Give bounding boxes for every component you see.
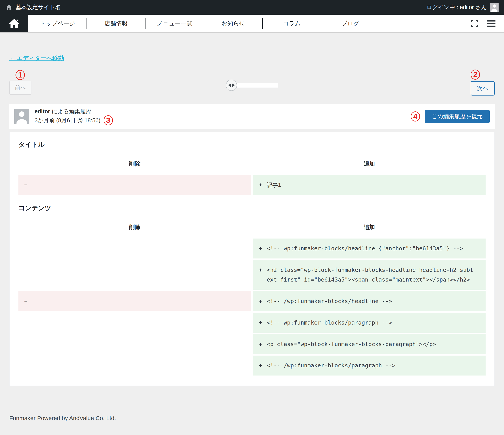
added-code: <h2 class="wp-block-funmaker-blocks-head… bbox=[267, 265, 476, 285]
content-diff-headers: 削除 追加 bbox=[18, 223, 486, 231]
added-text: 記事1 bbox=[267, 180, 281, 190]
revision-info: editor による編集履歴 3か月前 (8月6日 @ 18:56) 3 bbox=[35, 108, 113, 126]
plus-icon: + bbox=[259, 244, 262, 253]
diff-row: + <p class="wp-block-funmaker-blocks-par… bbox=[18, 334, 486, 354]
added-cell: + <!-- wp:funmaker-blocks/paragraph --> bbox=[253, 313, 486, 333]
diff-row: + <!-- wp:funmaker-blocks/headline {"anc… bbox=[18, 239, 486, 259]
title-section-heading: タイトル bbox=[18, 140, 486, 149]
added-cell: + <!-- /wp:funmaker-blocks/headline --> bbox=[253, 291, 486, 311]
footer-credit: Funmaker Powered by AndValue Co. Ltd. bbox=[9, 415, 504, 421]
added-code: <!-- wp:funmaker-blocks/paragraph --> bbox=[267, 318, 392, 328]
revision-author: editor bbox=[35, 108, 50, 114]
plus-icon: + bbox=[259, 361, 262, 370]
content-section-heading: コンテンツ bbox=[18, 204, 486, 213]
avatar[interactable] bbox=[490, 3, 499, 12]
added-column-header: 追加 bbox=[253, 223, 486, 231]
fullscreen-icon[interactable] bbox=[471, 19, 479, 27]
nav-right-icons bbox=[462, 15, 504, 32]
title-diff-headers: 削除 追加 bbox=[18, 160, 486, 168]
main-nav: トップページ 店舗情報 メニュー一覧 お知らせ コラム ブログ bbox=[0, 15, 504, 33]
deleted-cell-empty bbox=[18, 239, 251, 259]
avatar-body-shape bbox=[17, 119, 27, 124]
slider-right-arrow-icon bbox=[232, 83, 235, 87]
user-avatar bbox=[14, 109, 29, 124]
annotation-2: 2 bbox=[471, 70, 480, 80]
revision-author-suffix: による編集履歴 bbox=[50, 108, 91, 114]
site-title: 基本設定サイト名 bbox=[16, 3, 61, 11]
content-diff-table: + <!-- wp:funmaker-blocks/headline {"anc… bbox=[18, 239, 486, 375]
diff-row: + <!-- /wp:funmaker-blocks/paragraph --> bbox=[18, 356, 486, 375]
back-to-editor-link[interactable]: ← エディターへ移動 bbox=[9, 54, 64, 62]
plus-icon: + bbox=[259, 265, 262, 275]
plus-icon: + bbox=[259, 180, 262, 190]
deleted-cell-empty bbox=[18, 334, 251, 354]
nav-item-column[interactable]: コラム bbox=[263, 20, 321, 27]
home-icon bbox=[5, 4, 12, 11]
diff-row: + <!-- wp:funmaker-blocks/paragraph --> bbox=[18, 313, 486, 333]
title-diff-table: − + 記事1 bbox=[18, 175, 486, 195]
slider-left-arrow-icon bbox=[228, 83, 231, 87]
hamburger-menu-icon[interactable] bbox=[487, 20, 495, 27]
added-cell: + <h2 class="wp-block-funmaker-blocks-he… bbox=[253, 260, 486, 290]
revision-controls: 1 前へ 2 次へ bbox=[9, 71, 495, 100]
nav-item-news[interactable]: お知らせ bbox=[204, 20, 262, 27]
diff-row: + <h2 class="wp-block-funmaker-blocks-he… bbox=[18, 260, 486, 290]
annotation-4: 4 bbox=[411, 111, 420, 122]
added-cell: + <!-- /wp:funmaker-blocks/paragraph --> bbox=[253, 356, 486, 375]
avatar-head-shape bbox=[493, 4, 496, 8]
nav-home-button[interactable] bbox=[0, 15, 28, 32]
revision-date-row: 3か月前 (8月6日 @ 18:56) 3 bbox=[35, 115, 113, 125]
added-code: <!-- wp:funmaker-blocks/headline {"ancho… bbox=[267, 244, 463, 253]
added-code: <p class="wp-block-funmaker-blocks-parag… bbox=[267, 339, 436, 349]
nav-item-blog[interactable]: ブログ bbox=[321, 20, 379, 27]
plus-icon: + bbox=[259, 339, 262, 349]
previous-revision-button[interactable]: 前へ bbox=[9, 81, 31, 95]
next-revision-button[interactable]: 次へ bbox=[471, 81, 495, 96]
nav-item-top-page[interactable]: トップページ bbox=[28, 20, 87, 27]
deleted-cell-empty bbox=[18, 313, 251, 333]
plus-icon: + bbox=[259, 318, 262, 328]
nav-items: トップページ 店舗情報 メニュー一覧 お知らせ コラム ブログ bbox=[28, 15, 379, 32]
deleted-column-header: 削除 bbox=[18, 223, 251, 231]
deleted-cell-empty bbox=[18, 356, 251, 375]
annotation-3: 3 bbox=[104, 115, 113, 125]
home-nav-icon bbox=[8, 18, 20, 29]
minus-icon: − bbox=[24, 180, 27, 190]
added-code: <!-- /wp:funmaker-blocks/paragraph --> bbox=[267, 361, 395, 370]
annotation-1: 1 bbox=[16, 70, 25, 80]
revision-page: ← エディターへ移動 1 前へ 2 次へ editor による編集履歴 3か月前… bbox=[0, 33, 504, 386]
nav-item-menu-list[interactable]: メニュー一覧 bbox=[145, 20, 204, 27]
diff-panel: タイトル 削除 追加 − + 記事1 コンテンツ 削除 追加 bbox=[9, 132, 495, 386]
nav-item-store-info[interactable]: 店舗情報 bbox=[87, 20, 145, 27]
deleted-column-header: 削除 bbox=[18, 160, 251, 168]
revision-actions: 4 この編集履歴を復元 bbox=[411, 110, 490, 123]
added-column-header: 追加 bbox=[253, 160, 486, 168]
added-code: <!-- /wp:funmaker-blocks/headline --> bbox=[267, 296, 392, 306]
diff-row: − + 記事1 bbox=[18, 175, 486, 195]
revision-meta-bar: editor による編集履歴 3か月前 (8月6日 @ 18:56) 3 4 こ… bbox=[9, 104, 495, 129]
added-cell: + <p class="wp-block-funmaker-blocks-par… bbox=[253, 334, 486, 354]
admin-bar: 基本設定サイト名 ログイン中 : editor さん bbox=[0, 0, 504, 15]
deleted-cell: − bbox=[18, 175, 251, 195]
added-cell: + 記事1 bbox=[253, 175, 486, 195]
minus-icon: − bbox=[24, 296, 27, 306]
avatar-body-shape bbox=[491, 9, 497, 12]
revision-author-line: editor による編集履歴 bbox=[35, 108, 113, 115]
revision-slider bbox=[226, 80, 278, 91]
login-status: ログイン中 : editor さん bbox=[426, 3, 487, 11]
added-cell: + <!-- wp:funmaker-blocks/headline {"anc… bbox=[253, 239, 486, 259]
restore-revision-button[interactable]: この編集履歴を復元 bbox=[425, 110, 490, 123]
avatar-head-shape bbox=[19, 111, 24, 117]
revision-slider-track[interactable] bbox=[232, 83, 278, 88]
plus-icon: + bbox=[259, 296, 262, 306]
deleted-cell: − bbox=[18, 291, 251, 311]
diff-row: − + <!-- /wp:funmaker-blocks/headline --… bbox=[18, 291, 486, 311]
deleted-cell-empty bbox=[18, 260, 251, 290]
revision-slider-handle[interactable] bbox=[226, 80, 237, 91]
revision-date: 3か月前 (8月6日 @ 18:56) bbox=[35, 116, 100, 124]
